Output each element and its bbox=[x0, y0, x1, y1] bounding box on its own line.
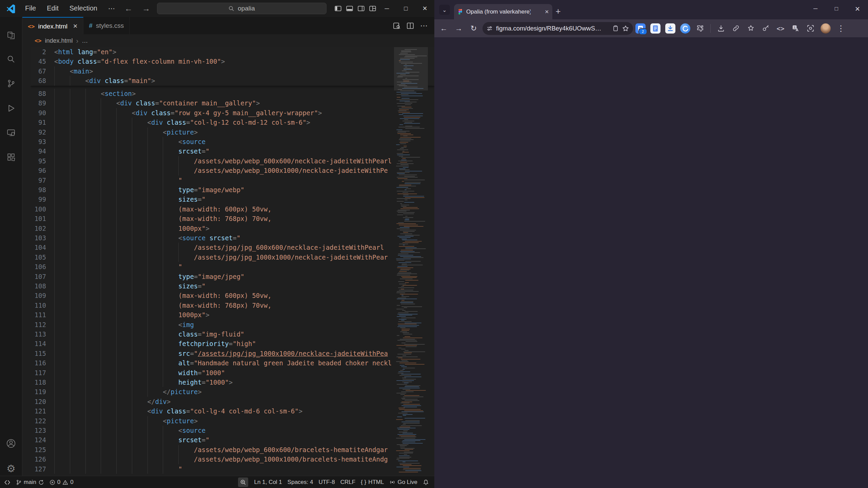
eol-sequence[interactable]: CRLF bbox=[338, 476, 358, 488]
translate-icon[interactable]: 文 bbox=[788, 22, 803, 35]
code-line-109[interactable]: 109(max-width: 600px) 50vw, bbox=[31, 291, 434, 300]
code-line-108[interactable]: 108sizes=" bbox=[31, 281, 434, 291]
encoding[interactable]: UTF-8 bbox=[316, 476, 337, 488]
code-line-114[interactable]: 114fetchpriority="high" bbox=[31, 339, 434, 348]
open-preview-icon[interactable] bbox=[393, 22, 400, 29]
back-icon[interactable]: ← bbox=[436, 22, 451, 35]
tab-search-chevron-icon[interactable]: ⌄ bbox=[439, 5, 450, 15]
code-line-91[interactable]: 91<div class="col-lg-12 col-md-12 col-sm… bbox=[31, 118, 434, 127]
code-line-121[interactable]: 121<div class="col-lg-4 col-md-6 col-sm-… bbox=[31, 406, 434, 416]
command-center-search[interactable]: opalia bbox=[157, 3, 327, 14]
forward-icon[interactable]: → bbox=[451, 22, 466, 35]
code-line-88[interactable]: 88<section> bbox=[31, 89, 434, 98]
code-line-97[interactable]: 97" bbox=[31, 176, 434, 185]
code-line-125[interactable]: 125/assets/webp/webp_600x600/bracelets-h… bbox=[31, 445, 434, 454]
extension-document-icon[interactable] bbox=[650, 23, 660, 34]
breadcrumb[interactable]: <> index.html › … bbox=[0, 34, 469, 47]
extension-download-icon[interactable] bbox=[665, 23, 675, 34]
tab-styles-css[interactable]: # styles.css bbox=[83, 17, 130, 34]
code-line-123[interactable]: 123<source bbox=[31, 426, 434, 435]
code-line-122[interactable]: 122<picture> bbox=[31, 416, 434, 426]
code-line-100[interactable]: 100(max-width: 600px) 50vw, bbox=[31, 204, 434, 214]
code-line-107[interactable]: 107type="image/jpeg" bbox=[31, 272, 434, 281]
code-line-126[interactable]: 126/assets/webp/webp_1000x1000/bracelets… bbox=[31, 454, 434, 464]
clipboard-icon[interactable] bbox=[612, 25, 619, 32]
git-branch-status[interactable]: main bbox=[13, 476, 47, 488]
code-line-112[interactable]: 112<img bbox=[31, 320, 434, 329]
extensions-puzzle-icon[interactable] bbox=[693, 22, 708, 35]
settings-gear-icon[interactable]: ⚙ bbox=[0, 460, 22, 477]
tab-close-icon[interactable]: ✕ bbox=[545, 9, 549, 15]
minimize-button[interactable]: ─ bbox=[805, 0, 826, 18]
remote-explorer-icon[interactable] bbox=[0, 124, 22, 141]
downloads-icon[interactable] bbox=[713, 22, 728, 35]
zoom-status[interactable] bbox=[238, 477, 248, 487]
code-line-95[interactable]: 95/assets/webp/webp_600x600/necklace-jad… bbox=[31, 156, 434, 166]
history-forward-icon[interactable]: → bbox=[137, 4, 155, 13]
code-line-92[interactable]: 92<picture> bbox=[31, 127, 434, 137]
code-line-96[interactable]: 96/assets/webp/webp_1000x1000/necklace-j… bbox=[31, 166, 434, 175]
code-line-94[interactable]: 94srcset=" bbox=[31, 146, 434, 156]
notifications-bell-icon[interactable] bbox=[420, 476, 432, 488]
source-control-icon[interactable] bbox=[0, 75, 22, 92]
menu-file[interactable]: File bbox=[20, 3, 41, 14]
code-line-118[interactable]: 118height="1000"> bbox=[31, 378, 434, 387]
browser-menu-kebab-icon[interactable]: ⋮ bbox=[833, 22, 848, 35]
cursor-position[interactable]: Ln 1, Col 1 bbox=[252, 476, 285, 488]
devtools-code-icon[interactable]: <> bbox=[773, 22, 788, 35]
code-line-45[interactable]: 45<body class="d-flex flex-column min-vh… bbox=[31, 57, 434, 66]
tab-index-html[interactable]: <> index.html ✕ bbox=[22, 17, 83, 35]
problems-status[interactable]: 0 0 bbox=[47, 476, 76, 488]
link-icon[interactable] bbox=[728, 22, 743, 35]
code-line-120[interactable]: 120</div> bbox=[31, 397, 434, 406]
toggle-secondary-sidebar-icon[interactable] bbox=[358, 5, 364, 12]
extension-blue-icon[interactable]: 2 bbox=[635, 23, 646, 34]
tab-close-icon[interactable]: ✕ bbox=[73, 23, 78, 30]
code-line-117[interactable]: 117width="1000" bbox=[31, 368, 434, 378]
code-line-105[interactable]: 105/assets/jpg/jpg_1000x1000/necklace-ja… bbox=[31, 252, 434, 262]
code-line-103[interactable]: 103<source srcset=" bbox=[31, 233, 434, 243]
run-debug-icon[interactable] bbox=[0, 99, 22, 117]
bookmark-star-icon[interactable] bbox=[622, 25, 629, 32]
split-editor-icon[interactable] bbox=[407, 22, 414, 29]
code-line-104[interactable]: 104/assets/jpg/jpg_600x600/necklace-jade… bbox=[31, 243, 434, 252]
password-key-icon[interactable] bbox=[758, 22, 773, 35]
maximize-button[interactable]: □ bbox=[826, 0, 847, 18]
code-line-102[interactable]: 1021000px"> bbox=[31, 224, 434, 233]
minimize-button[interactable]: ─ bbox=[377, 0, 396, 17]
explorer-icon[interactable] bbox=[0, 26, 22, 44]
customize-layout-icon[interactable] bbox=[369, 5, 376, 12]
profile-avatar[interactable] bbox=[821, 23, 831, 34]
breadcrumb-more[interactable]: … bbox=[82, 37, 88, 44]
extension-swirl-icon[interactable] bbox=[680, 23, 690, 34]
code-line-98[interactable]: 98type="image/webp" bbox=[31, 185, 434, 195]
code-line-127[interactable]: 127" bbox=[31, 464, 434, 474]
code-line-113[interactable]: 113class="img-fluid" bbox=[31, 329, 434, 339]
code-line-93[interactable]: 93<source bbox=[31, 137, 434, 146]
sync-icon[interactable] bbox=[38, 480, 44, 485]
new-tab-button[interactable]: + bbox=[552, 5, 564, 17]
maximize-button[interactable]: □ bbox=[396, 0, 415, 17]
toggle-sidebar-icon[interactable] bbox=[335, 5, 341, 12]
language-mode[interactable]: { } HTML bbox=[358, 476, 387, 488]
reload-icon[interactable]: ↻ bbox=[466, 22, 481, 35]
code-line-101[interactable]: 101(max-width: 768px) 70vw, bbox=[31, 214, 434, 223]
code-line-99[interactable]: 99sizes=" bbox=[31, 195, 434, 204]
address-bar[interactable]: figma.com/design/RBey4k6UOwwS… bbox=[482, 22, 633, 35]
close-button[interactable]: ✕ bbox=[847, 0, 868, 18]
code-line-67[interactable]: 67<main> bbox=[31, 66, 434, 76]
code-line-124[interactable]: 124srcset=" bbox=[31, 435, 434, 445]
menu-selection[interactable]: Selection bbox=[65, 3, 102, 14]
code-line-90[interactable]: 90<div class="row gx-4 gy-5 main__galler… bbox=[31, 108, 434, 118]
minimap[interactable] bbox=[394, 47, 428, 476]
breadcrumb-file[interactable]: index.html bbox=[45, 37, 73, 44]
menu-more[interactable]: ⋯ bbox=[103, 3, 120, 14]
toggle-panel-icon[interactable] bbox=[346, 5, 353, 12]
browser-tab-figma[interactable]: Opalia (from valerkahere) – Fig ✕ bbox=[454, 4, 552, 19]
menu-edit[interactable]: Edit bbox=[42, 3, 63, 14]
screenshot-scan-icon[interactable] bbox=[803, 22, 818, 35]
collections-star-icon[interactable] bbox=[743, 22, 758, 35]
code-line-116[interactable]: 116alt="Handmade natural green Jadeite b… bbox=[31, 358, 434, 368]
more-actions-icon[interactable]: ⋯ bbox=[420, 21, 428, 30]
site-settings-icon[interactable] bbox=[487, 25, 493, 32]
